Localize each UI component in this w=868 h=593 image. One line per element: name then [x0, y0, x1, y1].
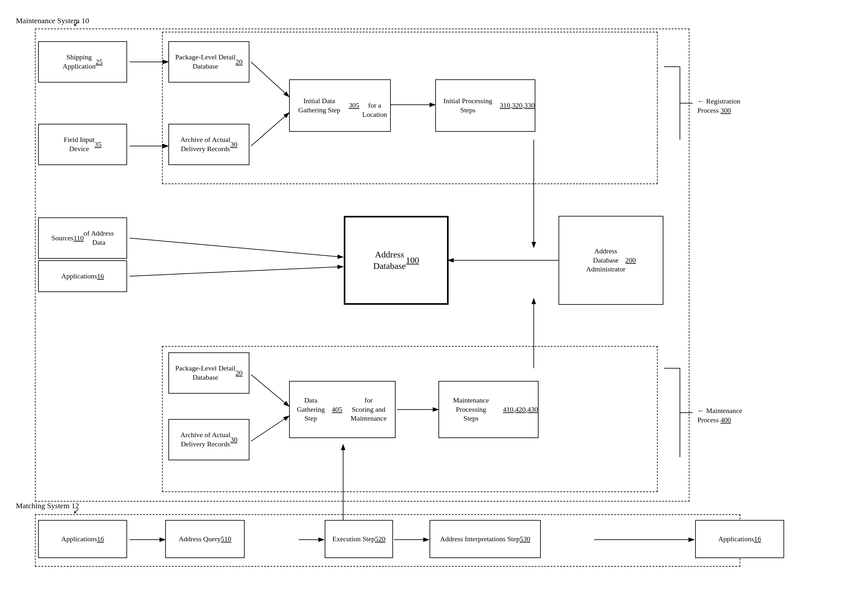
archive-top-box: Archive of ActualDelivery Records 30 — [168, 124, 249, 165]
address-database-box: AddressDatabase100 — [344, 216, 449, 305]
data-gathering-405-box: Data Gathering Step 405 forScoring and M… — [289, 381, 396, 438]
maintenance-system-arrow: ↙ — [73, 19, 80, 28]
address-query-box: Address Query 510 — [165, 520, 245, 558]
registration-process-label: ← RegistrationProcess 300 — [697, 97, 740, 115]
matching-system-arrow: ↙ — [73, 506, 80, 515]
execution-step-box: Execution Step520 — [325, 520, 393, 558]
matching-system-label: Matching System 12 — [16, 501, 79, 511]
archive-bottom-box: Archive of ActualDelivery Records 30 — [168, 419, 249, 460]
applications-16-left-box: Applications 16 — [38, 520, 127, 558]
field-input-device-box: Field InputDevice 35 — [38, 124, 127, 165]
maintenance-processing-box: Maintenance ProcessingSteps 410, 420, 43… — [438, 381, 539, 438]
diagram: Maintenance System 10 Matching System 12… — [0, 0, 868, 593]
address-db-admin-box: AddressDatabaseAdministrator200 — [558, 216, 663, 305]
shipping-application-box: ShippingApplication 25 — [38, 41, 127, 82]
initial-processing-box: Initial Processing Steps310, 320, 330 — [435, 79, 535, 132]
address-interpretations-box: Address Interpretations Step 530 — [430, 520, 541, 558]
applications-16-mid-box: Applications 16 — [38, 260, 127, 292]
initial-data-gathering-box: Initial Data Gathering Step 305for a Loc… — [289, 79, 391, 132]
applications-16-right-box: Applications 16 — [695, 520, 784, 558]
sources-110-box: Sources 110 of AddressData — [38, 218, 127, 259]
package-db-bottom-box: Package-Level DetailDatabase 20 — [168, 352, 249, 394]
package-db-top-box: Package-Level DetailDatabase 20 — [168, 41, 249, 82]
maintenance-process-label: ← MaintenanceProcess 400 — [697, 406, 742, 424]
